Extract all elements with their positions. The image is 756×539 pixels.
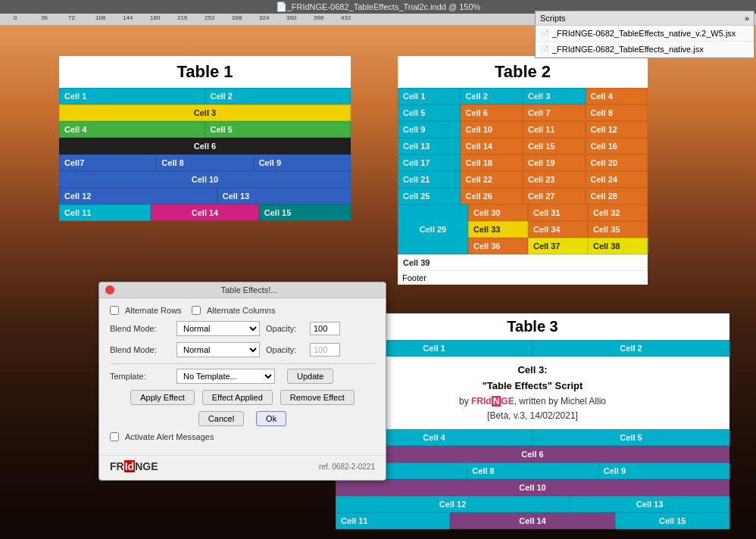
fringe-ref: ref. 0682-2-0221 bbox=[319, 463, 375, 471]
table-cell: Cell 22 bbox=[461, 171, 523, 188]
table-cell: Cell 1 bbox=[59, 88, 205, 104]
dialog-close-button[interactable] bbox=[105, 285, 114, 294]
ok-cancel-row: Cancel Ok bbox=[110, 411, 375, 426]
table-cell: Cell 7 bbox=[523, 104, 586, 121]
fringe-logo-accent: Id bbox=[124, 460, 135, 472]
table-row: Cell7 Cell 8 Cell 9 bbox=[59, 154, 351, 171]
table-row: Cell 13 Cell 14 Cell 15 Cell 16 bbox=[398, 138, 648, 154]
table-cell: Cell 24 bbox=[586, 171, 648, 188]
template-row: Template: No Template... Update bbox=[110, 369, 375, 384]
activate-alerts-checkbox[interactable] bbox=[110, 432, 119, 441]
ruler-tick: 360 bbox=[286, 14, 296, 21]
ruler-tick: 324 bbox=[259, 14, 269, 21]
table-cell: Cell 5 bbox=[398, 104, 461, 121]
scripts-panel: Scripts » 📄 _FRIdNGE-0682_TableEffects_n… bbox=[535, 11, 754, 58]
blend-mode-select-1[interactable]: Normal bbox=[177, 321, 260, 336]
table-cell: Cell 10 bbox=[461, 121, 523, 138]
blend-mode-row-1: Blend Mode: Normal Opacity: bbox=[110, 321, 375, 336]
cell3-line4: [Beta, v.3, 14/02/2021] bbox=[342, 409, 723, 423]
table-cell: Cell 9 bbox=[598, 463, 729, 479]
alternate-cols-checkbox[interactable] bbox=[192, 306, 201, 315]
table-cell: Cell 2 bbox=[533, 340, 729, 357]
remove-effect-button[interactable]: Remove Effect bbox=[280, 390, 355, 405]
table-cell: Cell 10 bbox=[336, 479, 729, 496]
table-cell: Cell 35 bbox=[588, 221, 648, 238]
cancel-button[interactable]: Cancel bbox=[198, 411, 244, 426]
table-cell: Cell 14 bbox=[461, 138, 523, 154]
table-row: Cell 25 Cell 26 Cell 27 Cell 28 bbox=[398, 188, 648, 204]
table-row: Cell 4 Cell 5 bbox=[59, 121, 351, 138]
table-cell: Cell 9 bbox=[254, 154, 351, 171]
template-select[interactable]: No Template... bbox=[177, 369, 275, 384]
ruler-tick: 144 bbox=[123, 14, 133, 21]
script-item-2[interactable]: 📄 _FRIdNGE-0682_TableEffects_native.jsx bbox=[536, 42, 754, 58]
table2: Table 2 Cell 1 Cell 2 Cell 3 Cell 4 Cell… bbox=[398, 56, 648, 285]
update-button[interactable]: Update bbox=[287, 369, 333, 384]
table-cell: Cell 14 bbox=[151, 204, 259, 221]
scripts-title: Scripts bbox=[540, 14, 566, 23]
ruler-tick: 108 bbox=[95, 14, 105, 21]
ruler-tick: 36 bbox=[41, 14, 48, 21]
table-cell: Cell 6 bbox=[59, 138, 351, 154]
ruler-tick: 288 bbox=[232, 14, 242, 21]
script-file-icon-2: 📄 bbox=[540, 45, 549, 54]
opacity-input-1[interactable] bbox=[310, 322, 340, 335]
checkboxes-row: Alternate Rows Alternate Columns bbox=[110, 306, 375, 315]
table-cell: Cell 34 bbox=[528, 221, 588, 238]
table-row: Cell 6 bbox=[336, 446, 729, 463]
table-cell: Cell 4 bbox=[586, 88, 648, 104]
dialog-footer: FRIdNGE ref. 0682-2-0221 bbox=[99, 455, 386, 480]
table-cell: Cell 11 bbox=[336, 513, 450, 529]
table-cell: Cell 23 bbox=[523, 171, 586, 188]
table-cell: Cell 3 bbox=[59, 104, 351, 121]
table-cell: Cell 12 bbox=[336, 496, 570, 513]
alternate-rows-checkbox[interactable] bbox=[110, 306, 119, 315]
table-cell: Cell 16 bbox=[586, 138, 648, 154]
table-row: Cell 11 Cell 14 Cell 15 bbox=[336, 513, 729, 529]
table-cell: Cell 28 bbox=[586, 188, 648, 204]
ruler-tick: 180 bbox=[150, 14, 160, 21]
table-cell: Cell 5 bbox=[205, 121, 351, 138]
activate-alerts-label: Activate Alert Messages bbox=[125, 432, 214, 441]
ruler-tick: 252 bbox=[205, 14, 214, 21]
table-row: Cell 3 bbox=[59, 104, 351, 121]
table-cell: Cell 1 bbox=[398, 88, 461, 104]
table-cell: Cell 8 bbox=[467, 463, 598, 479]
titlebar-icon: 📄 bbox=[276, 2, 287, 12]
table1-title: Table 1 bbox=[59, 56, 351, 88]
effect-applied-button[interactable]: Effect Applied bbox=[202, 390, 273, 405]
table-row: Cell 33 Cell 34 Cell 35 bbox=[468, 221, 648, 238]
table-cell: Cell 9 bbox=[398, 121, 461, 138]
table-row: Cell 21 Cell 22 Cell 23 Cell 24 bbox=[398, 171, 648, 188]
ok-button[interactable]: Ok bbox=[256, 411, 286, 426]
apply-effect-button[interactable]: Apply Effect bbox=[130, 390, 195, 405]
table-cell: Cell 30 bbox=[468, 204, 528, 221]
table-effects-dialog: Table Effects!... Alternate Rows Alterna… bbox=[98, 282, 386, 481]
table-cell: Cell 20 bbox=[586, 154, 648, 171]
table-row: Cell 10 bbox=[59, 171, 351, 188]
titlebar-text: _FRIdNGE-0682_TableEffects_Trial2c.indd … bbox=[287, 2, 481, 11]
table-cell: Cell 15 bbox=[523, 138, 586, 154]
table-cell: Cell 12 bbox=[586, 121, 648, 138]
table-cell: Cell 38 bbox=[588, 238, 648, 254]
table-row: Cell 9 Cell 10 Cell 11 Cell 12 bbox=[398, 121, 648, 138]
table-cell: Cell 10 bbox=[59, 171, 351, 188]
script-item-1[interactable]: 📄 _FRIdNGE-0682_TableEffects_native_v.2_… bbox=[536, 26, 754, 42]
ruler-tick: 72 bbox=[68, 14, 75, 21]
activate-alert-row: Activate Alert Messages bbox=[110, 432, 375, 441]
table-cell: Cell 31 bbox=[528, 204, 588, 221]
blend-mode-select-2[interactable]: Normal bbox=[177, 342, 260, 357]
blend-mode-row-2: Blend Mode: Normal Opacity: bbox=[110, 342, 375, 357]
blend-mode-label-2: Blend Mode: bbox=[110, 345, 170, 354]
table-cell: Cell 32 bbox=[588, 204, 648, 221]
opacity-input-2[interactable] bbox=[310, 343, 340, 357]
table-row: Cell 11 Cell 14 Cell 15 bbox=[59, 204, 351, 221]
table-cell: Cell 37 bbox=[528, 238, 588, 254]
scripts-expand-icon[interactable]: » bbox=[745, 14, 749, 23]
ruler-tick: 216 bbox=[177, 14, 187, 21]
table-row: Cell 36 Cell 37 Cell 38 bbox=[468, 238, 648, 254]
table-cell: Cell 33 bbox=[468, 221, 528, 238]
table-cell: Cell 13 bbox=[217, 188, 351, 204]
table-cell: Cell 19 bbox=[523, 154, 586, 171]
table-row: Cell 4 Cell 5 bbox=[336, 429, 729, 446]
